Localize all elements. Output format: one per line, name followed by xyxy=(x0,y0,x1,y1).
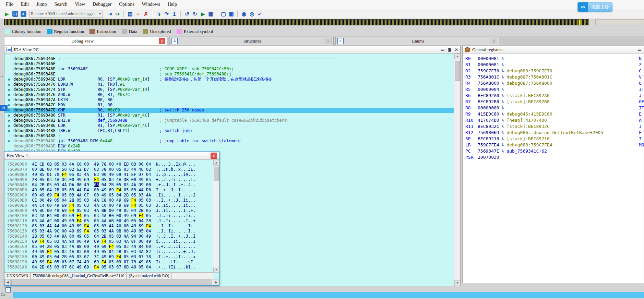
hex-byte[interactable]: 9A xyxy=(62,234,67,239)
start-process-icon[interactable]: ▶ xyxy=(199,10,206,17)
hex-row[interactable]: 75698060 4E CD 0B 05 03 4A C0 00 49 78 0… xyxy=(7,162,213,167)
hex-byte[interactable]: 2B xyxy=(139,208,143,213)
hex-byte[interactable]: 7C xyxy=(94,254,99,259)
hex-byte[interactable]: 69 xyxy=(69,218,74,223)
menu-item-file[interactable]: File xyxy=(2,1,17,8)
hex-byte[interactable]: 4A xyxy=(54,234,59,239)
hex-byte[interactable]: 00 xyxy=(116,213,121,218)
hex-byte[interactable]: 03 xyxy=(84,198,89,203)
hex-byte[interactable]: F4 xyxy=(39,239,44,244)
hex-byte[interactable]: 03 xyxy=(62,162,67,167)
hex-byte[interactable]: 00 xyxy=(84,249,89,254)
register-annotation[interactable]: debug086:_Unwind_GetTextRelBase+20D5 xyxy=(506,130,603,135)
hex-byte[interactable]: 73 xyxy=(131,260,136,264)
hex-row[interactable]: 75698180 00 49 05 04 2B 05 03 07 7C 49 6… xyxy=(7,254,213,260)
register-annotation[interactable]: [heap]:417074D0 xyxy=(506,118,547,123)
menu-item-windows[interactable]: Windows xyxy=(138,1,164,8)
hex-row[interactable]: 756980E0 4A C4 00 49 69 F4 05 03 4A C0 0… xyxy=(7,203,213,208)
hex-byte[interactable]: 05 xyxy=(139,265,143,270)
hex-byte[interactable]: 49 xyxy=(76,234,81,239)
hex-byte[interactable]: 49 xyxy=(76,177,81,182)
hex-byte[interactable]: 4A xyxy=(109,229,114,234)
hex-byte[interactable]: 49 xyxy=(139,177,143,182)
hex-byte[interactable]: DA xyxy=(69,182,74,187)
hex-byte[interactable]: 00 xyxy=(84,162,89,167)
hex-byte[interactable]: 00 xyxy=(54,218,59,223)
hex-byte[interactable]: 03 xyxy=(102,224,106,228)
disasm-line[interactable]: debug086:75693486 LDR R1, [SP,#0xA8+var_… xyxy=(4,123,454,128)
hex-byte[interactable]: 2B xyxy=(109,182,114,187)
scroll-up-icon[interactable]: ▲ xyxy=(454,53,460,59)
stack-row[interactable]: BEC89210 00000003 xyxy=(13,292,644,298)
follow-arrow-icon[interactable]: ↳ xyxy=(499,74,507,80)
hex-byte[interactable]: 4A xyxy=(69,249,74,254)
hex-byte[interactable]: 00 xyxy=(47,208,52,213)
hex-byte[interactable]: ED xyxy=(124,162,129,167)
hex-row[interactable]: 756981A0 04 2B 05 03 07 6C 49 69 F4 05 0… xyxy=(7,265,213,270)
register-annotation[interactable]: debug045:415EDC60 xyxy=(506,111,552,117)
hex-byte[interactable]: 69 xyxy=(102,244,106,249)
register-value[interactable]: 756A801C xyxy=(478,74,499,80)
hex-byte[interactable]: 03 xyxy=(69,188,74,192)
register-annotation[interactable]: debug088:759C7E70 xyxy=(506,68,552,73)
register-row-sp[interactable]: SPBEC89210↳[stack]:BEC89210 xyxy=(465,136,638,142)
follow-arrow-icon[interactable]: ↳ xyxy=(499,81,507,86)
hex-byte[interactable]: 49 xyxy=(131,224,136,228)
register-row-r0[interactable]: R000000081↳ xyxy=(465,56,638,62)
register-value[interactable]: 20070030 xyxy=(478,155,499,160)
hex-byte[interactable]: 4A xyxy=(76,193,81,198)
hex-byte[interactable]: 4C xyxy=(139,167,143,172)
breakpoint-list-icon[interactable]: ◉ xyxy=(240,10,248,17)
register-row-r11[interactable]: R11BEC8932C↳[stack]:BEC8932C xyxy=(465,123,638,130)
hex-byte[interactable]: 49 xyxy=(146,239,151,244)
hex-byte[interactable]: 03 xyxy=(124,167,129,172)
hex-row[interactable]: 75698120 05 03 4A A4 00 49 69 F4 05 03 4… xyxy=(7,224,213,229)
hex-row[interactable]: 75698070 00 BE 00 4A 50 02 62 D7 03 78 0… xyxy=(7,167,213,172)
hex-byte[interactable]: 03 xyxy=(131,162,136,167)
hex-byte[interactable]: 62 xyxy=(76,167,81,172)
hex-byte[interactable]: 69 xyxy=(84,265,89,270)
hex-byte[interactable]: 49 xyxy=(116,208,121,213)
hex-byte[interactable]: F4 xyxy=(102,239,106,244)
register-row-r10[interactable]: R10417074D0↳[heap]:417074D0 xyxy=(465,117,638,123)
register-value[interactable]: 415EDC60 xyxy=(478,111,499,117)
hex-byte[interactable]: 05 xyxy=(47,265,52,270)
hex-byte[interactable]: 49 xyxy=(69,229,74,234)
menu-item-help[interactable]: Help xyxy=(164,1,181,8)
hex-byte[interactable]: 03 xyxy=(131,249,136,254)
tab-enums-close-icon[interactable]: x xyxy=(491,38,497,44)
hex-byte[interactable]: 01 xyxy=(47,172,52,177)
hex-byte[interactable]: 03 xyxy=(54,182,59,187)
hex-byte[interactable]: 00 xyxy=(54,213,59,218)
follow-arrow-icon[interactable]: ↳ xyxy=(499,99,507,104)
follow-arrow-icon[interactable]: ↳ xyxy=(499,68,507,73)
hex-byte[interactable]: 05 xyxy=(109,260,114,264)
hex-byte[interactable]: C8 xyxy=(102,198,106,203)
hex-row[interactable]: 75698160 05 04 2B 05 03 4A 88 00 49 69 F… xyxy=(7,244,213,249)
hex-byte[interactable]: 00 xyxy=(102,172,106,177)
hex-byte[interactable]: F4 xyxy=(109,244,114,249)
hex-row[interactable]: 75698170 49 69 F4 05 03 4A 83 00 49 05 0… xyxy=(7,249,213,254)
hex-row[interactable]: 75698150 69 F4 05 03 4A 90 00 49 69 F4 0… xyxy=(7,239,213,244)
hex-byte[interactable]: 04 xyxy=(32,265,37,270)
hex-row[interactable]: 756980A0 04 2B 05 03 4A DA 00 49 05 04 2… xyxy=(7,182,213,188)
hex-byte[interactable]: 00 xyxy=(39,198,44,203)
hex-byte[interactable]: 2B xyxy=(47,244,52,249)
register-row-r6[interactable]: R6BEC892A0↳[stack]:BEC892A0 xyxy=(465,93,638,99)
hex-byte[interactable]: 70 xyxy=(54,172,59,177)
register-annotation[interactable]: [stack]:BEC892A0 xyxy=(506,93,549,98)
disasm-line[interactable]: debug086:75693476 ADD.W R0, R1, #0x7C xyxy=(4,92,454,97)
hex-byte[interactable]: 05 xyxy=(32,224,37,228)
menu-item-jump[interactable]: Jump xyxy=(33,1,50,8)
hex-byte[interactable]: 03 xyxy=(84,208,89,213)
hex-byte[interactable]: 05 xyxy=(76,208,81,213)
hex-byte[interactable]: 04 xyxy=(54,254,59,259)
hex-byte[interactable]: 69 xyxy=(39,260,44,264)
hex-byte[interactable]: 4A xyxy=(47,229,52,234)
hex-byte[interactable]: 49 xyxy=(102,193,106,198)
disasm-line[interactable]: debug086:7569346E LDR R0, [SP,#0xA8+var_… xyxy=(4,77,454,82)
hex-byte[interactable]: D9 xyxy=(139,182,143,187)
hex-byte[interactable]: 03 xyxy=(62,244,67,249)
follow-arrow-icon[interactable]: ↳ xyxy=(499,62,507,67)
follow-arrow-icon[interactable]: ↳ xyxy=(499,136,507,141)
